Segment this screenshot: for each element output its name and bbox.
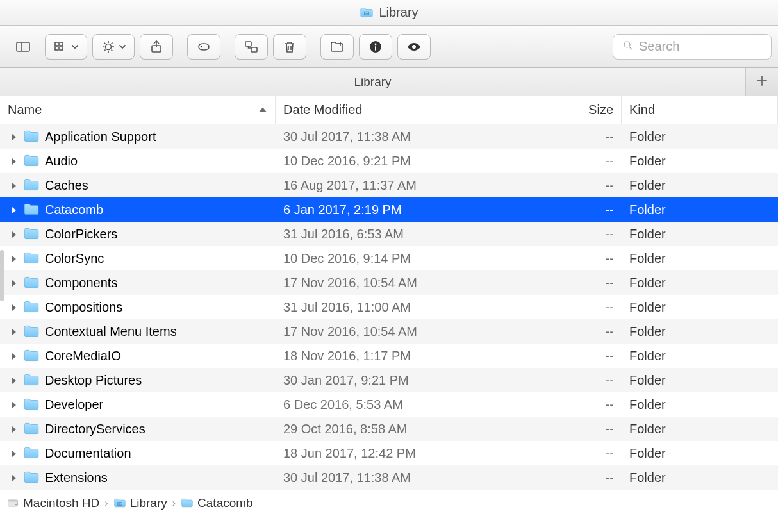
svg-rect-13 [251,47,257,52]
disclosure-triangle-icon[interactable] [10,349,18,363]
drive-icon [6,497,19,510]
breadcrumb-item[interactable]: Macintosh HD [6,496,99,510]
file-row[interactable]: DirectoryServices29 Oct 2016, 8:58 AM--F… [0,417,778,441]
file-date: 17 Nov 2016, 10:54 AM [276,324,506,339]
file-name: ColorPickers [45,227,117,242]
file-kind: Folder [622,397,778,412]
file-name: Compositions [45,300,122,315]
get-info-button[interactable] [359,34,392,60]
folder-icon [23,396,40,413]
file-size: -- [506,227,622,242]
share-button[interactable] [140,34,173,60]
title-folder-icon [360,6,374,20]
column-name[interactable]: Name [0,96,276,124]
file-kind: Folder [622,300,778,315]
file-date: 30 Jan 2017, 9:21 PM [276,373,506,388]
file-row[interactable]: Documentation18 Jun 2017, 12:42 PM--Fold… [0,441,778,465]
file-row[interactable]: CoreMediaIO18 Nov 2016, 1:17 PM--Folder [0,344,778,368]
search-input[interactable] [639,39,762,54]
file-row[interactable]: Catacomb6 Jan 2017, 2:19 PM--Folder [0,197,778,222]
file-row[interactable]: Developer6 Dec 2016, 5:53 AM--Folder [0,392,778,417]
svg-rect-7 [55,47,58,50]
file-list[interactable]: Application Support30 Jul 2017, 11:38 AM… [0,124,778,490]
column-date-label: Date Modified [283,103,362,117]
folder-icon [23,347,40,364]
action-menu-button[interactable] [92,34,135,60]
window-titlebar: Library [0,0,778,26]
file-name: Extensions [45,470,108,485]
column-date[interactable]: Date Modified [276,96,506,124]
file-row[interactable]: Audio10 Dec 2016, 9:21 PM--Folder [0,149,778,173]
file-kind: Folder [622,470,778,485]
file-row[interactable]: Desktop Pictures30 Jan 2017, 9:21 PM--Fo… [0,368,778,392]
disclosure-triangle-icon[interactable] [10,227,18,242]
breadcrumb-label: Macintosh HD [23,496,99,510]
file-name: Components [45,276,117,290]
disclosure-triangle-icon[interactable] [10,276,18,290]
disclosure-triangle-icon[interactable] [10,397,18,412]
path-bar: Macintosh HD›Library›Catacomb [0,490,778,515]
file-row[interactable]: Components17 Nov 2016, 10:54 AM--Folder [0,270,778,295]
file-kind: Folder [622,422,778,436]
file-row[interactable]: Caches16 Aug 2017, 11:37 AM--Folder [0,173,778,197]
file-size: -- [506,276,622,290]
column-size[interactable]: Size [506,96,622,124]
window-title: Library [379,5,418,20]
file-row[interactable]: Application Support30 Jul 2017, 11:38 AM… [0,124,778,149]
disclosure-triangle-icon[interactable] [10,422,18,436]
svg-rect-8 [60,47,63,50]
delete-button[interactable] [273,34,306,60]
disclosure-triangle-icon[interactable] [10,203,18,217]
disclosure-triangle-icon[interactable] [10,178,18,193]
file-kind: Folder [622,178,778,193]
disclosure-triangle-icon[interactable] [10,470,18,485]
tab-library[interactable]: Library [0,68,746,96]
folder-icon [23,153,40,169]
search-field[interactable] [613,34,772,60]
folder-icon [23,128,40,145]
file-row[interactable]: Contextual Menu Items17 Nov 2016, 10:54 … [0,319,778,344]
column-kind[interactable]: Kind [622,96,778,124]
file-row[interactable]: Compositions31 Jul 2016, 11:00 AM--Folde… [0,295,778,319]
file-name: Application Support [45,129,156,144]
svg-rect-6 [60,42,63,46]
file-row[interactable]: ColorSync10 Dec 2016, 9:14 PM--Folder [0,246,778,270]
view-mode-button[interactable] [45,34,87,60]
file-row[interactable]: ColorPickers31 Jul 2016, 6:53 AM--Folder [0,222,778,246]
tags-button[interactable] [187,34,220,60]
breadcrumb-item[interactable]: Catacomb [181,496,253,510]
tab-label: Library [354,75,391,89]
disclosure-triangle-icon[interactable] [10,300,18,315]
folder-icon [23,299,40,315]
new-tab-button[interactable] [746,68,778,96]
sort-ascending-icon [258,103,267,117]
new-folder-button[interactable] [320,34,354,60]
file-kind: Folder [622,227,778,242]
file-row[interactable]: Extensions30 Jul 2017, 11:38 AM--Folder [0,465,778,490]
file-size: -- [506,446,622,461]
breadcrumb-label: Catacomb [197,496,253,510]
quick-look-button[interactable] [397,34,431,60]
disclosure-triangle-icon[interactable] [10,129,18,144]
svg-rect-12 [245,42,251,46]
disclosure-triangle-icon[interactable] [10,154,18,169]
file-kind: Folder [622,446,778,461]
disclosure-triangle-icon[interactable] [10,446,18,461]
column-name-label: Name [8,103,42,117]
connect-button[interactable] [235,34,268,60]
breadcrumb-item[interactable]: Library [113,496,167,510]
file-kind: Folder [622,349,778,363]
disclosure-triangle-icon[interactable] [10,324,18,339]
file-name: Desktop Pictures [45,373,142,388]
column-header: Name Date Modified Size Kind [0,96,778,124]
file-size: -- [506,397,622,412]
sidebar-toggle-button[interactable] [6,34,40,60]
file-size: -- [506,251,622,266]
svg-point-11 [201,46,202,47]
file-name: Developer [45,397,103,412]
svg-rect-4 [17,42,29,51]
file-name: Caches [45,178,88,193]
disclosure-triangle-icon[interactable] [10,373,18,388]
file-size: -- [506,129,622,144]
disclosure-triangle-icon[interactable] [10,251,18,266]
